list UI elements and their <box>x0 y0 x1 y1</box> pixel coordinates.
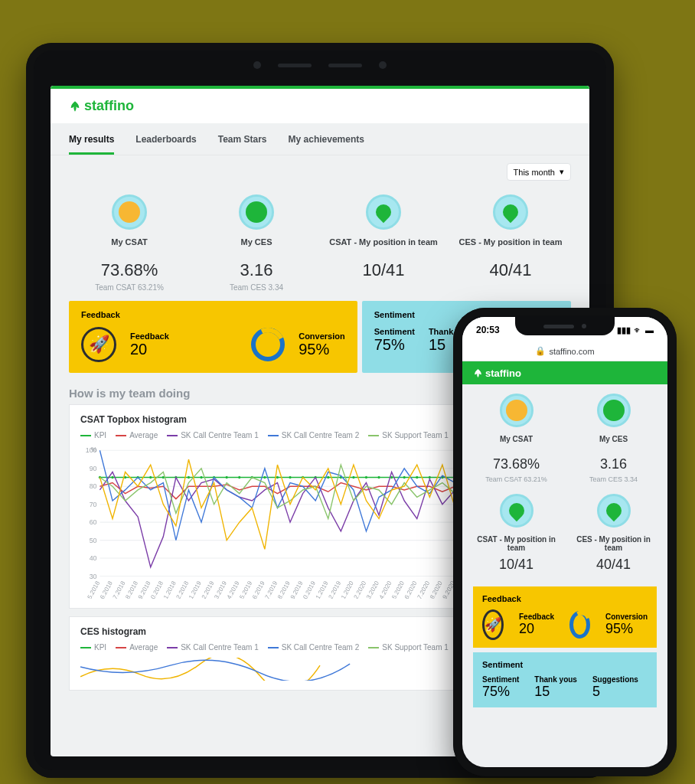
feedback-panel[interactable]: Feedback 🚀 Feedback 20 Conversion 95% <box>69 301 357 373</box>
metric-sub: Team CSAT 63.21% <box>73 283 185 292</box>
rocket-icon: 🚀 <box>482 609 504 640</box>
svg-point-67 <box>263 476 266 479</box>
metric-title: CSAT - My position in team <box>473 535 560 552</box>
legend-item[interactable]: SK Call Centre Team 2 <box>268 431 360 439</box>
svg-point-69 <box>289 476 291 479</box>
brand-logo[interactable]: staffino <box>473 368 521 379</box>
phone-notch <box>515 317 615 335</box>
phone-brand-bar: staffino <box>462 361 667 384</box>
metric-csat-position[interactable]: CSAT - My position in team 10/41 <box>323 188 444 298</box>
period-row: This month ▾ <box>51 155 589 188</box>
svg-point-61 <box>188 476 190 479</box>
tabs-row: My results Leaderboards Team Stars My ac… <box>51 123 589 155</box>
metric-value: 3.16 <box>570 456 657 472</box>
metric-csat[interactable]: My CSAT 73.68% Team CSAT 63.21% <box>69 188 190 298</box>
chevron-down-icon: ▾ <box>560 167 564 177</box>
brand-logo[interactable]: staffino <box>69 98 571 114</box>
metric-csat-position[interactable]: CSAT - My position in team 10/41 <box>473 494 560 576</box>
metric-title: CES - My position in team <box>570 535 657 552</box>
svg-point-65 <box>238 476 240 479</box>
kpi-label: Sentiment <box>482 675 519 684</box>
svg-point-78 <box>403 476 406 479</box>
metric-sub: Team CSAT 63.21% <box>473 475 560 483</box>
legend-item[interactable]: Average <box>116 431 158 439</box>
gauge-icon <box>112 194 147 230</box>
sentiment-panel[interactable]: Sentiment Sentiment 75% Thank yous 15 Su… <box>473 652 657 707</box>
chat-icon <box>597 394 631 427</box>
gauge-icon <box>500 394 533 427</box>
legend-item[interactable]: SK Support Team 1 <box>368 431 449 439</box>
metric-value: 40/41 <box>570 557 657 573</box>
legend-item[interactable]: SK Support Team 1 <box>368 643 449 652</box>
pin-icon <box>366 194 401 230</box>
svg-text:30: 30 <box>90 572 97 580</box>
metric-sub: Team CES 3.34 <box>570 475 657 483</box>
svg-point-76 <box>377 476 380 479</box>
kpi-value: 20 <box>130 341 169 358</box>
tab-team-stars[interactable]: Team Stars <box>218 134 267 155</box>
kpi-value: 20 <box>519 621 554 637</box>
kpi-label: Thank yous <box>534 675 577 684</box>
legend-item[interactable]: KPI <box>80 431 106 439</box>
pin-icon <box>597 494 631 528</box>
svg-point-64 <box>226 476 228 479</box>
battery-icon: ▬ <box>645 325 654 335</box>
status-clock: 20:53 <box>476 325 500 335</box>
metric-value: 3.16 <box>201 260 312 280</box>
metric-ces[interactable]: My CES 3.16 Team CES 3.34 <box>570 394 657 483</box>
metric-sub: Team CES 3.34 <box>201 283 312 292</box>
kpi-value: 75% <box>482 684 519 700</box>
kpi-label: Feedback <box>130 332 169 341</box>
legend-item[interactable]: SK Call Centre Team 1 <box>167 643 259 652</box>
kpi-value: 5 <box>592 684 638 700</box>
svg-point-72 <box>327 476 329 479</box>
metric-title: My CES <box>201 237 312 256</box>
chat-icon <box>239 194 274 230</box>
panel-title: Feedback <box>81 310 345 319</box>
kpi-label: Suggestions <box>592 675 638 684</box>
svg-point-55 <box>111 476 113 479</box>
metric-value: 10/41 <box>473 557 560 573</box>
address-bar[interactable]: 🔒 staffino.com <box>462 343 667 361</box>
kpi-value: 95% <box>299 341 345 358</box>
kpi-label: Conversion <box>299 332 345 341</box>
signal-icon: ▮▮▮ <box>617 325 631 335</box>
svg-text:60: 60 <box>90 518 97 526</box>
legend-item[interactable]: Average <box>116 643 158 652</box>
pin-icon <box>493 194 528 230</box>
metric-ces-position[interactable]: CES - My position in team 40/41 <box>450 188 571 298</box>
svg-text:90: 90 <box>90 465 97 472</box>
phone-content: My CSAT 73.68% Team CSAT 63.21% My CES 3… <box>462 384 667 717</box>
tab-leaderboards[interactable]: Leaderboards <box>135 134 196 155</box>
tab-my-results[interactable]: My results <box>69 134 114 155</box>
panel-title: Sentiment <box>482 660 648 669</box>
legend-item[interactable]: SK Call Centre Team 1 <box>167 431 259 439</box>
kpi-value: 75% <box>374 336 415 354</box>
feedback-panel[interactable]: Feedback 🚀 Feedback 20 Conversion 95% <box>473 586 657 648</box>
pin-icon <box>500 494 533 528</box>
metric-csat[interactable]: My CSAT 73.68% Team CSAT 63.21% <box>473 394 560 483</box>
svg-text:80: 80 <box>90 482 97 490</box>
period-dropdown[interactable]: This month ▾ <box>507 163 571 181</box>
svg-text:40: 40 <box>90 554 97 562</box>
metric-ces[interactable]: My CES 3.16 Team CES 3.34 <box>196 188 317 298</box>
svg-text:50: 50 <box>90 536 97 544</box>
tab-achievements[interactable]: My achievements <box>289 134 364 155</box>
legend-item[interactable]: KPI <box>80 643 106 652</box>
lock-icon: 🔒 <box>535 346 546 356</box>
svg-point-68 <box>276 476 279 479</box>
panel-title: Feedback <box>482 594 648 603</box>
brand-text: staffino <box>485 368 521 379</box>
legend-item[interactable]: SK Call Centre Team 2 <box>268 643 360 652</box>
svg-point-74 <box>352 476 354 479</box>
kpi-label: Sentiment <box>374 327 415 336</box>
metric-ces-position[interactable]: CES - My position in team 40/41 <box>570 494 657 576</box>
svg-text:70: 70 <box>90 501 97 508</box>
address-text: staffino.com <box>549 347 594 356</box>
leaf-icon <box>473 368 483 378</box>
rocket-icon: 🚀 <box>81 327 116 362</box>
brand-text: staffino <box>84 98 134 114</box>
conversion-ring-icon <box>569 611 590 639</box>
kpi-value: 15 <box>534 684 577 700</box>
metric-title: My CES <box>570 435 657 452</box>
